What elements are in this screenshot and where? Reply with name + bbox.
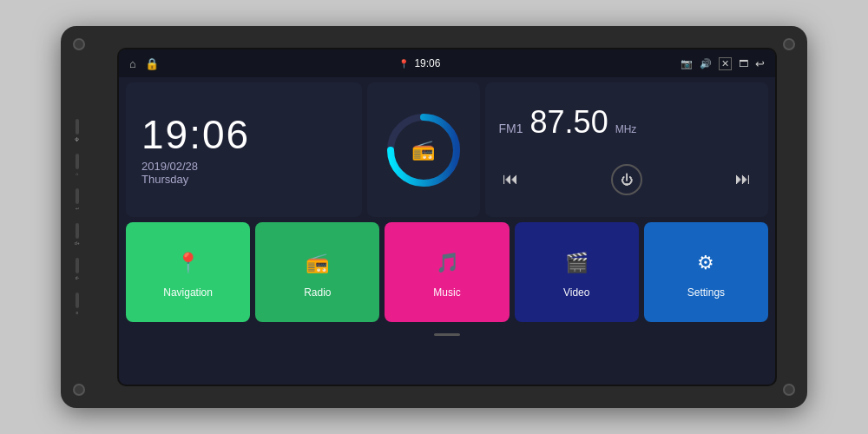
close-icon[interactable]: ✕ [719,57,732,70]
status-left: ⌂ 🔒 [129,57,159,70]
navigation-label: Navigation [163,286,213,299]
app-tile-settings[interactable]: ⚙ Settings [644,222,768,322]
app-tile-radio[interactable]: 📻 Radio [255,222,379,322]
radio-app-icon: 📻 [301,247,334,279]
settings-icon: ⚙ [689,247,722,279]
status-center: 📍 19:06 [398,57,440,69]
camera-icon[interactable]: 📷 [681,58,693,69]
apps-row: 📍 Navigation 📻 Radio 🎵 Music 🎬 Video [126,222,768,322]
fm-top: FM1 87.50 MHz [499,104,754,141]
settings-label: Settings [687,286,725,299]
fm-controls: ⏮ ⏻ ⏭ [499,164,754,195]
screen: ⌂ 🔒 📍 19:06 📷 🔊 ✕ 🗖 ↩ [119,49,775,385]
app-tile-navigation[interactable]: 📍 Navigation [126,222,250,322]
main-content: 19:06 2019/02/28 Thursday [119,77,775,385]
fm-panel: FM1 87.50 MHz ⏮ ⏻ ⏭ [485,82,768,217]
music-icon: 🎵 [431,247,464,279]
vol-down-button[interactable]: d- [76,258,79,280]
lock-icon: 🔒 [145,57,159,70]
app-tile-music[interactable]: 🎵 Music [385,222,509,322]
top-row: 19:06 2019/02/28 Thursday [126,82,768,217]
status-bar: ⌂ 🔒 📍 19:06 📷 🔊 ✕ 🗖 ↩ [119,49,775,77]
prev-track-button[interactable]: ⏮ [503,170,518,188]
home-button[interactable]: ⌂ [76,154,79,176]
radio-arc-panel[interactable]: 📻 [367,82,480,217]
fm-power-button[interactable]: ⏻ [611,164,642,195]
power-button[interactable]: ⏻ [75,119,79,141]
screen-bezel: ⌂ 🔒 📍 19:06 📷 🔊 ✕ 🗖 ↩ [117,48,777,386]
volume-icon[interactable]: 🔊 [700,58,712,69]
status-time: 19:06 [414,57,440,69]
fm-band: FM1 [499,122,523,135]
page-indicator-dot [434,333,460,336]
next-track-button[interactable]: ⏭ [735,170,751,188]
app-tile-video[interactable]: 🎬 Video [515,222,639,322]
back-button[interactable]: ↩ [76,188,79,211]
screw-tr [783,38,795,50]
back-icon[interactable]: ↩ [755,57,765,70]
clock-time: 19:06 [141,115,346,155]
video-icon: 🎬 [560,247,593,279]
location-icon: 📍 [398,59,409,69]
music-label: Music [433,286,460,299]
status-right: 📷 🔊 ✕ 🗖 ↩ [681,57,765,70]
window-icon[interactable]: 🗖 [739,58,748,69]
device-body: ⏻ ⌂ ↩ d+ d- ≡ ⌂ 🔒 [61,26,807,408]
side-button-panel: ⏻ ⌂ ↩ d+ d- ≡ [75,119,80,315]
screw-br [783,384,795,396]
menu-button[interactable]: ≡ [76,293,79,315]
fm-frequency: 87.50 [530,104,608,141]
screw-bl [73,384,85,396]
clock-panel: 19:06 2019/02/28 Thursday [126,82,362,217]
fm-unit: MHz [615,123,637,135]
video-label: Video [563,286,589,299]
navigation-icon: 📍 [172,247,205,279]
bottom-indicator [126,327,768,341]
clock-date: 2019/02/28 [141,160,346,173]
vol-up-button[interactable]: d+ [75,223,80,246]
clock-day: Thursday [141,173,346,186]
home-icon[interactable]: ⌂ [129,57,136,70]
radio-center-icon: 📻 [411,139,435,161]
radio-label: Radio [304,286,331,299]
screw-tl [73,38,85,50]
